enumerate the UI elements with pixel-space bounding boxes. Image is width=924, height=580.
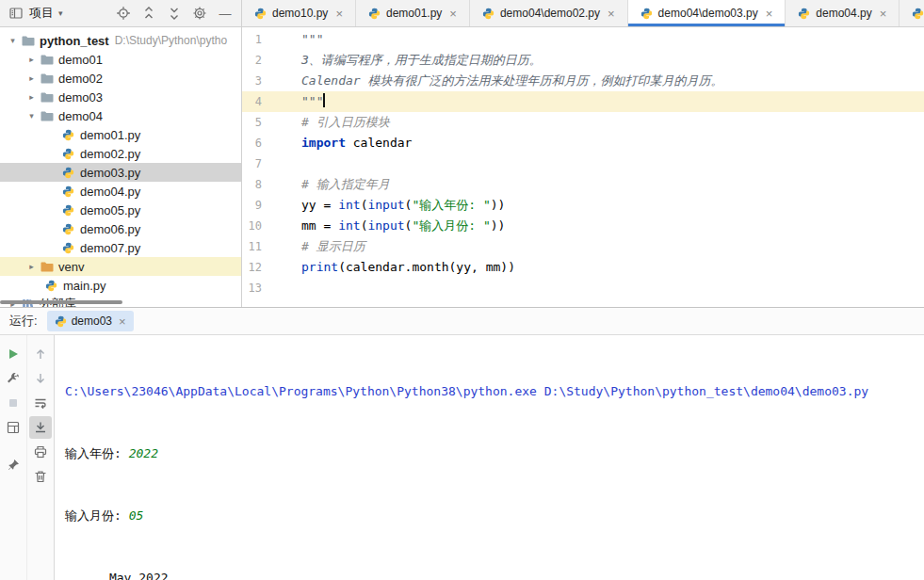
pin-icon[interactable] — [2, 454, 24, 476]
collapse-all-icon[interactable] — [166, 5, 183, 22]
tree-item-python-test[interactable]: ▾ python_test D:\Study\Python\pytho — [0, 31, 241, 50]
python-file-icon — [43, 280, 59, 292]
project-tree[interactable]: ▾ python_test D:\Study\Python\pytho ▸ de… — [0, 27, 242, 307]
tree-item-demo05-py[interactable]: demo05.py — [0, 201, 241, 219]
code-text[interactable]: # 显示日历 — [274, 236, 924, 257]
line-number[interactable]: 12 — [242, 257, 274, 278]
up-stack-trace-icon[interactable] — [29, 343, 52, 365]
line-number[interactable]: 5 — [242, 112, 274, 133]
tree-item-demo02-py[interactable]: demo02.py — [0, 144, 241, 163]
editor-line: 6 import calendar — [242, 133, 924, 153]
tab-label: demo10.py — [272, 7, 328, 20]
line-number[interactable]: 3 — [242, 71, 274, 91]
tree-item-demo02[interactable]: ▸ demo02 — [0, 69, 241, 88]
run-tab-demo03[interactable]: demo03 × — [47, 311, 134, 331]
line-number[interactable]: 10 — [242, 216, 274, 236]
editor-tab-demo04[interactable]: demo04.py × — [786, 0, 900, 26]
code-text[interactable]: # 引入日历模块 — [274, 112, 924, 133]
editor-tab-demo04-demo02[interactable]: demo04\demo02.py × — [470, 0, 628, 26]
tree-item-label: demo01 — [58, 53, 103, 67]
tree-item-demo07-py[interactable]: demo07.py — [0, 238, 241, 257]
console-user-input: 05 — [129, 508, 144, 523]
code-text[interactable]: mm = int(input("输入月份: ")) — [274, 216, 924, 236]
tree-item-demo04[interactable]: ▾ demo04 — [0, 106, 241, 125]
tab-close-icon[interactable]: × — [449, 8, 457, 20]
python-file-icon — [368, 8, 381, 20]
chevron-right-icon[interactable]: ▸ — [24, 262, 39, 271]
line-number[interactable]: 13 — [242, 278, 274, 298]
editor-tab-demo01[interactable]: demo01.py × — [356, 0, 470, 26]
tree-item-venv[interactable]: ▸ venv — [0, 257, 241, 276]
rerun-button[interactable] — [2, 343, 24, 365]
code-editor[interactable]: 1 """ 2 3、请编写程序，用于生成指定日期的日历。 3 Calendar … — [242, 27, 924, 307]
folder-icon — [20, 33, 36, 48]
line-number[interactable]: 1 — [242, 29, 274, 50]
editor-line: 2 3、请编写程序，用于生成指定日期的日历。 — [242, 50, 924, 71]
code-text[interactable] — [274, 278, 924, 298]
chevron-right-icon[interactable]: ▸ — [24, 55, 39, 64]
run-tab-close-icon[interactable]: × — [119, 315, 126, 328]
tab-close-icon[interactable]: × — [880, 8, 887, 20]
line-number[interactable]: 11 — [242, 236, 274, 257]
tree-item-demo01[interactable]: ▸ demo01 — [0, 50, 241, 69]
folder-icon — [39, 71, 55, 86]
python-file-icon — [798, 8, 810, 20]
chevron-down-icon[interactable]: ▾ — [58, 8, 63, 18]
python-file-icon — [60, 242, 76, 254]
code-text[interactable]: print(calendar.month(yy, mm)) — [274, 257, 924, 278]
line-number[interactable]: 2 — [242, 50, 274, 71]
tab-label: demo04\demo03.py — [658, 7, 758, 20]
stop-button[interactable] — [2, 392, 24, 414]
line-number[interactable]: 7 — [242, 153, 274, 174]
code-text[interactable]: yy = int(input("输入年份: ")) — [274, 195, 924, 216]
chevron-right-icon[interactable]: ▸ — [24, 92, 39, 102]
expand-all-icon[interactable] — [140, 5, 157, 22]
tab-close-icon[interactable]: × — [335, 8, 343, 20]
code-text[interactable]: 3、请编写程序，用于生成指定日期的日历。 — [274, 50, 924, 71]
tab-close-icon[interactable]: × — [766, 8, 773, 20]
print-icon[interactable] — [29, 441, 52, 463]
tree-item-main-py[interactable]: main.py — [0, 276, 241, 295]
line-number[interactable]: 4 — [242, 91, 274, 112]
tab-label: demo01.py — [386, 7, 442, 20]
tree-item-label: demo02 — [58, 72, 103, 86]
code-text[interactable]: import calendar — [274, 133, 924, 153]
tab-close-icon[interactable]: × — [608, 8, 615, 20]
code-text[interactable]: """ — [274, 29, 924, 50]
locate-opened-file-icon[interactable] — [115, 5, 132, 22]
console-line: 输入年份: 2022 — [65, 443, 924, 464]
tree-item-demo04-py[interactable]: demo04.py — [0, 182, 241, 201]
scroll-to-end-icon[interactable] — [29, 416, 52, 439]
code-text[interactable] — [274, 153, 924, 174]
tree-item-demo03-py-selected[interactable]: demo03.py — [0, 163, 241, 182]
editor-tab-demo04-demo03-active[interactable]: demo04\demo03.py × — [628, 0, 786, 26]
line-number[interactable]: 6 — [242, 133, 274, 153]
project-panel-toolbar: — — [115, 5, 234, 22]
chevron-down-icon[interactable]: ▾ — [6, 36, 20, 45]
code-text[interactable]: # 输入指定年月 — [274, 174, 924, 195]
editor-tab-demo10[interactable]: demo10.py × — [242, 0, 356, 26]
clear-all-trash-icon[interactable] — [29, 465, 52, 488]
soft-wrap-icon[interactable] — [29, 392, 52, 414]
console-line: 输入月份: 05 — [65, 506, 924, 526]
line-number[interactable]: 9 — [242, 195, 274, 216]
down-stack-trace-icon[interactable] — [29, 367, 52, 390]
build-wrench-icon[interactable] — [2, 367, 24, 390]
tree-horizontal-scrollbar[interactable] — [0, 300, 122, 304]
hide-panel-icon[interactable]: — — [217, 5, 234, 22]
code-text[interactable]: Calendar 模块有很广泛的方法用来处理年历和月历，例如打印某月的月历。 — [274, 71, 924, 91]
restore-layout-icon[interactable] — [2, 416, 24, 439]
line-number[interactable]: 8 — [242, 174, 274, 195]
console-command-line: C:\Users\23046\AppData\Local\Programs\Py… — [65, 381, 924, 402]
run-console-output[interactable]: C:\Users\23046\AppData\Local\Programs\Py… — [56, 335, 924, 580]
tree-item-demo03[interactable]: ▸ demo03 — [0, 88, 241, 106]
chevron-right-icon[interactable]: ▸ — [24, 73, 39, 83]
tree-item-demo06-py[interactable]: demo06.py — [0, 219, 241, 238]
project-path-hint: D:\Study\Python\pytho — [115, 34, 227, 47]
folder-icon — [39, 89, 55, 105]
settings-gear-icon[interactable] — [191, 5, 208, 22]
editor-tab-truncated[interactable]: de × — [900, 0, 924, 26]
code-text[interactable]: """ — [274, 91, 924, 112]
chevron-down-icon[interactable]: ▾ — [24, 111, 39, 121]
tree-item-demo01-py[interactable]: demo01.py — [0, 125, 241, 144]
